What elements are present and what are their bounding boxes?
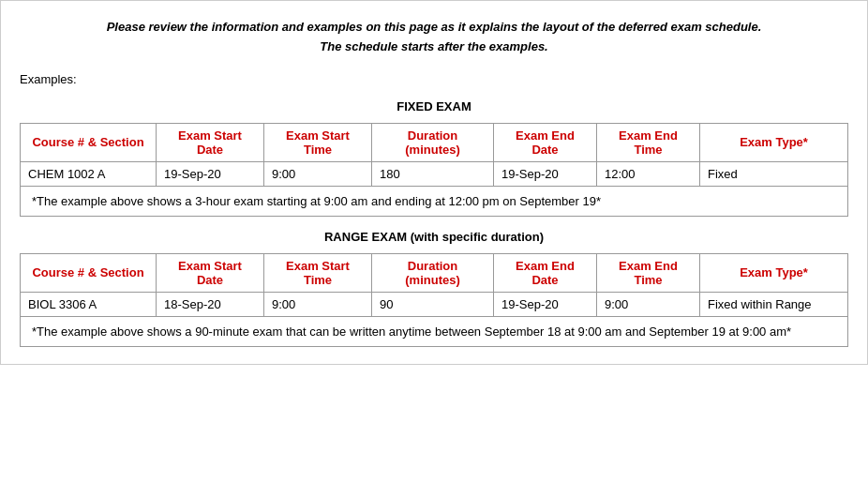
cell-end-time: 12:00 <box>597 161 700 186</box>
range-header-start-date: Exam Start Date <box>157 253 264 292</box>
fixed-exam-title: FIXED EXAM <box>20 99 848 113</box>
range-exam-header-row: Course # & Section Exam Start Date Exam … <box>21 253 848 292</box>
header-start-time: Exam Start Time <box>264 123 372 161</box>
range-cell-course: BIOL 3306 A <box>21 292 157 316</box>
header-start-date: Exam Start Date <box>157 123 264 161</box>
range-header-duration: Duration (minutes) <box>372 253 494 292</box>
fixed-exam-note: *The example above shows a 3-hour exam s… <box>21 186 848 216</box>
range-cell-end-time: 9:00 <box>597 292 700 316</box>
cell-end-date: 19-Sep-20 <box>494 161 597 186</box>
range-cell-start-date: 18-Sep-20 <box>157 292 264 316</box>
cell-duration: 180 <box>372 161 494 186</box>
header-duration: Duration (minutes) <box>372 123 494 161</box>
range-cell-type: Fixed within Range <box>700 292 848 316</box>
examples-label: Examples: <box>20 72 848 86</box>
range-cell-end-date: 19-Sep-20 <box>494 292 597 316</box>
range-header-start-time: Exam Start Time <box>264 253 372 292</box>
cell-course: CHEM 1002 A <box>21 161 157 186</box>
range-exam-note: *The example above shows a 90-minute exa… <box>21 316 848 346</box>
page-container: Please review the information and exampl… <box>0 0 868 365</box>
range-cell-duration: 90 <box>372 292 494 316</box>
header-type: Exam Type* <box>700 123 848 161</box>
range-cell-start-time: 9:00 <box>264 292 372 316</box>
range-header-end-time: Exam End Time <box>597 253 700 292</box>
range-header-type: Exam Type* <box>700 253 848 292</box>
intro-text: Please review the information and exampl… <box>20 18 848 57</box>
cell-start-time: 9:00 <box>264 161 372 186</box>
cell-start-date: 19-Sep-20 <box>157 161 264 186</box>
range-header-end-date: Exam End Date <box>494 253 597 292</box>
range-exam-table: Course # & Section Exam Start Date Exam … <box>20 253 848 347</box>
intro-line1: Please review the information and exampl… <box>107 20 762 34</box>
header-course: Course # & Section <box>21 123 157 161</box>
range-exam-note-row: *The example above shows a 90-minute exa… <box>21 316 848 346</box>
cell-type: Fixed <box>700 161 848 186</box>
range-exam-title: RANGE EXAM (with specific duration) <box>20 230 848 244</box>
fixed-exam-table: Course # & Section Exam Start Date Exam … <box>20 123 848 217</box>
fixed-exam-header-row: Course # & Section Exam Start Date Exam … <box>21 123 848 161</box>
intro-line2: The schedule starts after the examples. <box>320 39 547 53</box>
range-header-course: Course # & Section <box>21 253 157 292</box>
fixed-exam-note-row: *The example above shows a 3-hour exam s… <box>21 186 848 216</box>
range-exam-data-row: BIOL 3306 A 18-Sep-20 9:00 90 19-Sep-20 … <box>21 292 848 316</box>
fixed-exam-data-row: CHEM 1002 A 19-Sep-20 9:00 180 19-Sep-20… <box>21 161 848 186</box>
header-end-time: Exam End Time <box>597 123 700 161</box>
header-end-date: Exam End Date <box>494 123 597 161</box>
